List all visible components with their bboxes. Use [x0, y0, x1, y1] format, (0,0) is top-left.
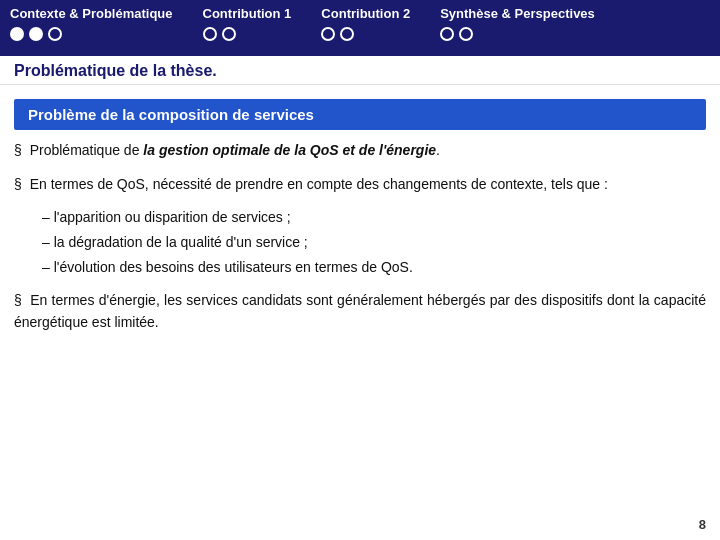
dot-c1-2	[222, 27, 236, 41]
bullet-3: §	[14, 292, 22, 308]
dot-2	[29, 27, 43, 41]
bullet-2: §	[14, 176, 22, 192]
paragraph-2: § En termes de QoS, nécessité de prendre…	[14, 174, 706, 196]
para2-text: En termes de QoS, nécessité de prendre e…	[30, 176, 608, 192]
paragraph-1: § Problématique de la gestion optimale d…	[14, 140, 706, 162]
section-header: Problème de la composition de services	[14, 99, 706, 130]
indented-list: l'apparition ou disparition de services …	[42, 207, 706, 278]
list-item-3: l'évolution des besoins des utilisateurs…	[42, 257, 706, 279]
para3-text: En termes d'énergie, les services candid…	[14, 292, 706, 330]
nav-section-synthese-label: Synthèse & Perspectives	[440, 6, 595, 21]
nav-section-contexte-label: Contexte & Problématique	[10, 6, 173, 21]
nav-section-contribution1-label: Contribution 1	[203, 6, 292, 21]
dot-1	[10, 27, 24, 41]
nav-section-contexte[interactable]: Contexte & Problématique	[10, 6, 173, 41]
subtitle-bar: Problématique de la thèse.	[0, 56, 720, 85]
para1-text-before: Problématique de	[30, 142, 144, 158]
list-item-1: l'apparition ou disparition de services …	[42, 207, 706, 229]
nav-dots-contribution1	[203, 27, 236, 41]
paragraph-3: § En termes d'énergie, les services cand…	[14, 290, 706, 333]
dot-s1	[440, 27, 454, 41]
nav-bar: Contexte & Problématique Contribution 1 …	[0, 0, 720, 56]
main-content: Problème de la composition de services §…	[0, 85, 720, 356]
dot-s2	[459, 27, 473, 41]
nav-section-contribution1[interactable]: Contribution 1	[203, 6, 292, 41]
page-subtitle: Problématique de la thèse.	[14, 62, 217, 79]
dot-c1-1	[203, 27, 217, 41]
para1-text-after: .	[436, 142, 440, 158]
nav-section-contribution2-label: Contribution 2	[321, 6, 410, 21]
dot-3	[48, 27, 62, 41]
nav-dots-contexte	[10, 27, 62, 41]
content-body: § Problématique de la gestion optimale d…	[14, 140, 706, 334]
page-number: 8	[699, 517, 706, 532]
dot-c2-2	[340, 27, 354, 41]
para1-italic: la gestion optimale de la QoS et de l'én…	[143, 142, 436, 158]
nav-dots-contribution2	[321, 27, 354, 41]
list-item-2: la dégradation de la qualité d'un servic…	[42, 232, 706, 254]
nav-section-synthese[interactable]: Synthèse & Perspectives	[440, 6, 595, 41]
nav-section-contribution2[interactable]: Contribution 2	[321, 6, 410, 41]
nav-dots-synthese	[440, 27, 473, 41]
dot-c2-1	[321, 27, 335, 41]
bullet-1: §	[14, 142, 22, 158]
